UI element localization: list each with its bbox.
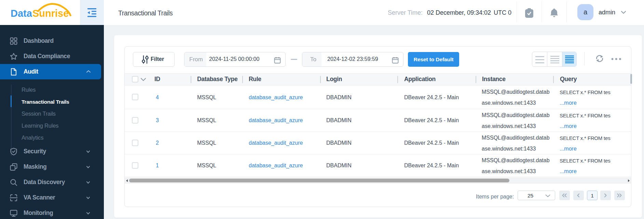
svg-text:Data: Data	[11, 8, 32, 19]
svg-text:Sunrise: Sunrise	[32, 8, 69, 19]
